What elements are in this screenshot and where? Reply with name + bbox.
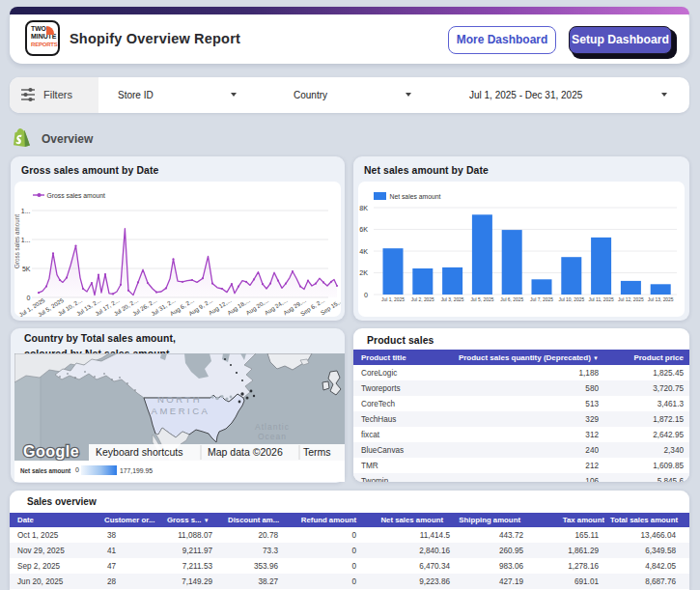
svg-text:Jul 12, 2025: Jul 12, 2025 — [618, 297, 644, 302]
svg-text:Jul 5, 2025: Jul 5, 2025 — [470, 297, 493, 302]
svg-text:Google: Google — [23, 443, 79, 460]
svg-text:5K: 5K — [22, 266, 31, 272]
svg-text:Jul 1, 2025: Jul 1, 2025 — [381, 297, 405, 302]
svg-text:Net sales amount: Net sales amount — [390, 193, 441, 200]
svg-text:Atlantic: Atlantic — [255, 422, 290, 432]
svg-text:Jul 6, 2025: Jul 6, 2025 — [500, 297, 523, 302]
svg-text:Map data ©2026: Map data ©2026 — [208, 446, 283, 458]
svg-text:Ocean: Ocean — [258, 432, 287, 441]
svg-text:1...: 1... — [21, 208, 31, 214]
svg-text:Jul 10, 2025: Jul 10, 2025 — [558, 297, 584, 302]
svg-text:Terms: Terms — [303, 446, 331, 458]
svg-text:0: 0 — [364, 291, 368, 299]
svg-text:AMERICA: AMERICA — [152, 406, 210, 416]
svg-text:Keyboard shortcuts: Keyboard shortcuts — [96, 446, 182, 458]
svg-text:Gross sales amount: Gross sales amount — [14, 214, 20, 268]
svg-text:6K: 6K — [359, 225, 368, 234]
svg-text:8K: 8K — [359, 204, 368, 212]
svg-text:Jul 7, 2025: Jul 7, 2025 — [530, 297, 553, 302]
svg-text:4K: 4K — [359, 247, 368, 256]
svg-text:Jul 2, 2025: Jul 2, 2025 — [411, 297, 434, 302]
svg-text:Gross sales amount: Gross sales amount — [47, 192, 106, 199]
svg-text:NORTH: NORTH — [157, 394, 202, 405]
svg-text:0: 0 — [27, 295, 31, 301]
svg-text:1...: 1... — [21, 237, 31, 243]
svg-text:Jul 11, 2025: Jul 11, 2025 — [588, 297, 614, 302]
svg-text:2K: 2K — [359, 268, 368, 277]
svg-text:Jul 3, 2025: Jul 3, 2025 — [441, 297, 464, 302]
svg-text:Jul 13, 2025: Jul 13, 2025 — [648, 297, 674, 302]
